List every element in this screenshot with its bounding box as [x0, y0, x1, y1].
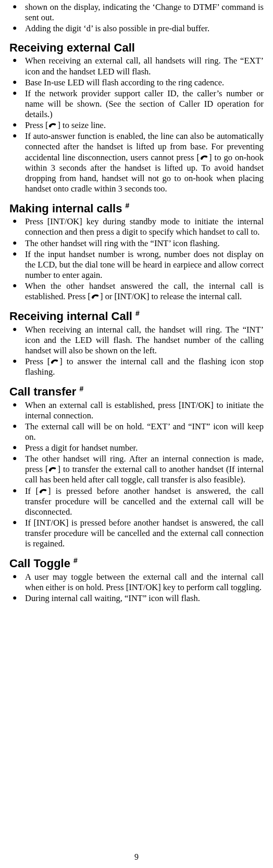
recv-int-list: When receiving an internal call, the han…: [9, 325, 264, 378]
heading-call-toggle: Call Toggle #: [9, 556, 264, 570]
list-item: Press [] to seize line.: [25, 120, 264, 131]
list-item: Press [INT/OK] key during standby mode t…: [25, 216, 264, 237]
phone-icon: [200, 154, 209, 161]
make-int-list: Press [INT/OK] key during standby mode t…: [9, 216, 264, 302]
list-item: Base In-use LED will flash according to …: [25, 78, 264, 88]
transfer-list: When an external call is established, pr…: [9, 400, 264, 550]
list-item: The other handset will ring with the “IN…: [25, 238, 264, 249]
list-item: When the other handset answered the call…: [25, 281, 264, 302]
heading-receiving-internal: Receiving internal Call #: [9, 309, 264, 323]
list-item: When receiving an internal call, the han…: [25, 325, 264, 356]
list-item: shown on the display, indicating the ‘Ch…: [25, 2, 264, 23]
list-item: If [INT/OK] is pressed before another ha…: [25, 518, 264, 549]
list-item: The external call will be on hold. “EXT’…: [25, 422, 264, 442]
list-item: When an external call is established, pr…: [25, 400, 264, 421]
phone-icon: [91, 293, 100, 300]
list-item: If the input handset number is wrong, nu…: [25, 249, 264, 280]
heading-making-internal: Making internal calls #: [9, 201, 264, 215]
list-item: A user may toggle between the external c…: [25, 572, 264, 593]
document-content: shown on the display, indicating the ‘Ch…: [9, 0, 264, 604]
list-item: If auto-answer function is enabled, the …: [25, 131, 264, 194]
list-item: Press [] to answer the internal call and…: [25, 356, 264, 377]
list-item: If the network provider support caller I…: [25, 88, 264, 120]
list-item: When receiving an external call, all han…: [25, 56, 264, 76]
phone-icon: [48, 466, 57, 473]
intro-list: shown on the display, indicating the ‘Ch…: [9, 2, 264, 34]
heading-call-transfer: Call transfer #: [9, 385, 264, 399]
toggle-list: A user may toggle between the external c…: [9, 572, 264, 604]
recv-ext-list: When receiving an external call, all han…: [9, 56, 264, 194]
phone-icon: [39, 488, 48, 495]
list-item: The other handset will ring. After an in…: [25, 454, 264, 485]
phone-icon: [48, 122, 57, 129]
list-item: Press a digit for handset number.: [25, 443, 264, 453]
heading-receiving-external: Receiving external Call: [9, 41, 264, 55]
list-item: Adding the digit ‘d’ is also possible in…: [25, 23, 264, 34]
list-item: If [] is pressed before another handset …: [25, 486, 264, 517]
page-number: 9: [0, 852, 273, 862]
phone-icon: [50, 358, 59, 365]
list-item: During internal call waiting, “INT” icon…: [25, 593, 264, 604]
